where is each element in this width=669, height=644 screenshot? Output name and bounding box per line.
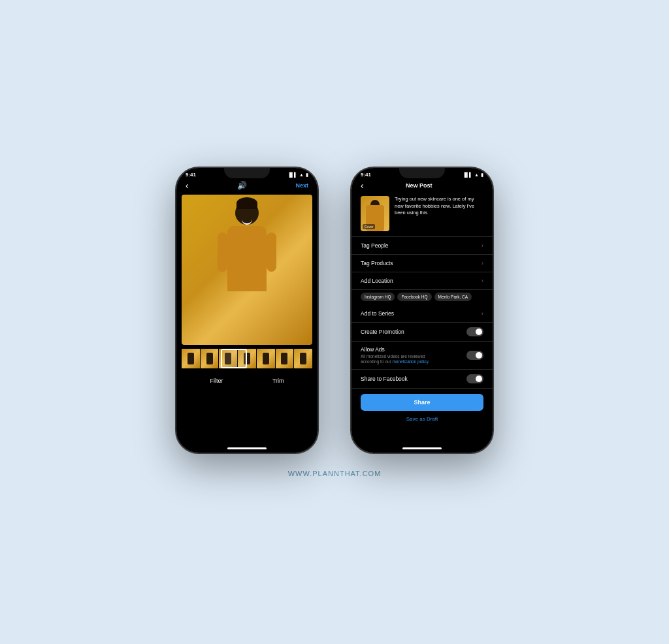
add-to-series-label: Add to Series (361, 310, 394, 317)
post-preview: Cover Trying out new skincare is one of … (351, 193, 493, 236)
allow-ads-item: Allow Ads All monetized videos are revie… (351, 342, 493, 370)
allow-ads-sublabel: All monetized videos are reviewedaccordi… (361, 354, 429, 365)
save-draft-button[interactable]: Save as Draft (351, 413, 493, 425)
allow-ads-label: Allow Ads (361, 346, 429, 353)
share-to-facebook-item: Share to Facebook (351, 370, 493, 389)
signal-icon-2: ▐▌▌ (463, 172, 472, 177)
create-promotion-toggle[interactable] (466, 327, 483, 336)
back-icon-1[interactable]: ‹ (186, 180, 189, 191)
back-icon-2[interactable]: ‹ (361, 180, 364, 191)
phone-1-screen: 9:41 ▐▌▌ ▲ ▮ ‹ 🔊 Next (176, 168, 318, 453)
phone-2-screen: 9:41 ▐▌▌ ▲ ▮ ‹ New Post Cover (351, 168, 493, 453)
phone-notch-1 (224, 168, 270, 178)
sound-icon[interactable]: 🔊 (237, 181, 247, 190)
location-tag-1[interactable]: Instagram HQ (361, 293, 395, 301)
status-time-2: 9:41 (361, 172, 371, 178)
tag-products-label: Tag Products (361, 260, 393, 266)
video-preview (182, 195, 312, 345)
trim-button[interactable]: Trim (272, 378, 284, 384)
smile (242, 219, 252, 225)
frame-7 (294, 349, 312, 368)
site-footer: WWW.PLANNTHAT.COM (288, 470, 382, 477)
phone-notch-2 (399, 168, 445, 178)
person-silhouette (214, 201, 280, 332)
cover-label: Cover (363, 224, 375, 229)
frame-2 (201, 349, 219, 368)
allow-ads-content: Allow Ads All monetized videos are revie… (361, 346, 429, 365)
share-to-facebook-toggle[interactable] (466, 374, 483, 383)
status-icons-2: ▐▌▌ ▲ ▮ (463, 172, 483, 178)
post-caption[interactable]: Trying out new skincare is one of my new… (395, 196, 483, 217)
status-icons-1: ▐▌▌ ▲ ▮ (287, 172, 308, 178)
signal-icon: ▐▌▌ (287, 172, 297, 177)
allow-ads-toggle[interactable] (466, 351, 483, 360)
wifi-icon: ▲ (299, 172, 304, 177)
location-tag-3[interactable]: Menlo Park, CA (434, 293, 472, 301)
create-promotion-label: Create Promotion (361, 329, 404, 335)
create-promotion-item: Create Promotion (351, 323, 493, 342)
chevron-icon-3: › (481, 278, 483, 284)
filter-button[interactable]: Filter (210, 378, 223, 384)
location-tags: Instagram HQ Facebook HQ Menlo Park, CA (351, 290, 493, 305)
timeline-frames (182, 349, 312, 368)
post-thumbnail: Cover (361, 196, 389, 231)
frame-6 (276, 349, 294, 368)
home-bar-2[interactable] (402, 447, 442, 449)
add-to-series-item[interactable]: Add to Series › (351, 305, 493, 323)
phone-1: 9:41 ▐▌▌ ▲ ▮ ‹ 🔊 Next (175, 167, 319, 454)
status-time-1: 9:41 (186, 172, 196, 178)
location-tag-2[interactable]: Facebook HQ (397, 293, 431, 301)
video-image (182, 195, 312, 345)
phone2-header: ‹ New Post (351, 179, 493, 193)
add-location-item[interactable]: Add Location › (351, 272, 493, 290)
site-url: WWW.PLANNTHAT.COM (288, 470, 382, 477)
next-button[interactable]: Next (295, 182, 308, 189)
share-button[interactable]: Share (361, 394, 483, 411)
phones-container: 9:41 ▐▌▌ ▲ ▮ ‹ 🔊 Next (175, 167, 494, 454)
frame-1 (182, 349, 200, 368)
add-location-label: Add Location (361, 278, 393, 284)
new-post-title: New Post (406, 182, 432, 189)
timeline-selector[interactable] (221, 349, 247, 368)
phone1-footer: Filter Trim (176, 372, 318, 393)
chevron-icon-4: › (481, 310, 483, 317)
phone1-header: ‹ 🔊 Next (176, 179, 318, 195)
timeline-strip[interactable] (176, 345, 318, 372)
battery-icon: ▮ (306, 172, 308, 178)
phone-2: 9:41 ▐▌▌ ▲ ▮ ‹ New Post Cover (350, 167, 494, 454)
tag-products-item[interactable]: Tag Products › (351, 255, 493, 272)
person-body (227, 226, 267, 291)
tag-people-label: Tag People (361, 242, 389, 249)
wifi-icon-2: ▲ (474, 172, 479, 177)
chevron-icon-2: › (481, 260, 483, 266)
frame-5 (257, 349, 275, 368)
home-bar-1[interactable] (227, 447, 267, 449)
tag-people-item[interactable]: Tag People › (351, 237, 493, 255)
person-head (235, 201, 259, 225)
chevron-icon-1: › (481, 242, 483, 249)
share-to-facebook-label: Share to Facebook (361, 376, 408, 382)
battery-icon-2: ▮ (481, 172, 483, 178)
